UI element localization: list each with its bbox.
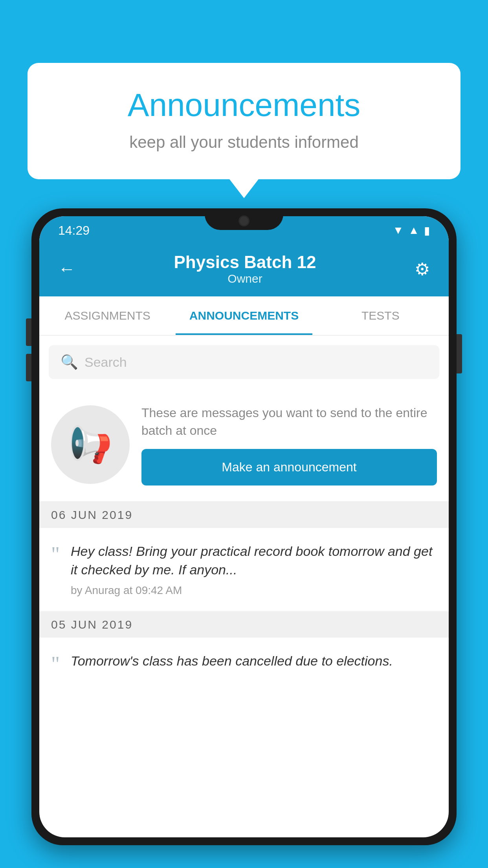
status-time: 14:29 xyxy=(58,223,90,238)
promo-area: 📢 These are messages you want to send to… xyxy=(39,388,449,502)
wifi-icon: ▼ xyxy=(393,224,404,237)
status-icons: ▼ ▲ ▮ xyxy=(393,224,430,237)
power-button xyxy=(457,334,462,373)
speech-bubble-section: Announcements keep all your students inf… xyxy=(28,63,460,179)
phone-frame: 14:29 ▼ ▲ ▮ ← Physics Batch 12 Owner ⚙ xyxy=(31,208,457,845)
front-camera xyxy=(238,215,250,226)
speech-bubble-card: Announcements keep all your students inf… xyxy=(28,63,460,179)
promo-icon-circle: 📢 xyxy=(51,405,130,484)
volume-up-button xyxy=(26,318,31,346)
date-separator-2: 05 JUN 2019 xyxy=(39,612,449,638)
phone-mockup: 14:29 ▼ ▲ ▮ ← Physics Batch 12 Owner ⚙ xyxy=(31,208,457,868)
phone-notch xyxy=(205,208,283,230)
announcement-item-2[interactable]: " Tomorrow's class has been cancelled du… xyxy=(39,638,449,683)
search-bar[interactable]: 🔍 Search xyxy=(49,345,439,379)
megaphone-icon: 📢 xyxy=(68,424,112,465)
header-subtitle: Owner xyxy=(174,272,316,285)
header-title: Physics Batch 12 xyxy=(174,252,316,272)
settings-button[interactable]: ⚙ xyxy=(415,259,430,279)
date-separator-1: 06 JUN 2019 xyxy=(39,502,449,528)
speech-bubble-title: Announcements xyxy=(59,86,429,123)
announcement-meta-1: by Anurag at 09:42 AM xyxy=(71,584,437,597)
content-area: 🔍 Search 📢 These are messages you want t… xyxy=(39,336,449,683)
tabs-container: ASSIGNMENTS ANNOUNCEMENTS TESTS xyxy=(39,296,449,336)
phone-screen: 14:29 ▼ ▲ ▮ ← Physics Batch 12 Owner ⚙ xyxy=(39,216,449,837)
promo-description: These are messages you want to send to t… xyxy=(141,404,437,440)
volume-down-button xyxy=(26,354,31,381)
signal-icon: ▲ xyxy=(408,224,419,237)
tab-announcements[interactable]: ANNOUNCEMENTS xyxy=(176,296,312,335)
search-icon: 🔍 xyxy=(61,354,78,370)
announcement-item-1[interactable]: " Hey class! Bring your practical record… xyxy=(39,528,449,612)
announcement-text-1: Hey class! Bring your practical record b… xyxy=(71,542,437,579)
tab-tests[interactable]: TESTS xyxy=(312,296,449,335)
quote-icon-2: " xyxy=(51,653,60,675)
announcement-content-2: Tomorrow's class has been cancelled due … xyxy=(71,652,437,675)
battery-icon: ▮ xyxy=(424,224,430,237)
make-announcement-button[interactable]: Make an announcement xyxy=(141,449,437,485)
tab-assignments[interactable]: ASSIGNMENTS xyxy=(39,296,176,335)
header-title-group: Physics Batch 12 Owner xyxy=(174,252,316,285)
promo-right: These are messages you want to send to t… xyxy=(141,404,437,485)
app-header: ← Physics Batch 12 Owner ⚙ xyxy=(39,245,449,296)
announcement-text-2: Tomorrow's class has been cancelled due … xyxy=(71,652,437,671)
speech-bubble-subtitle: keep all your students informed xyxy=(59,133,429,152)
quote-icon-1: " xyxy=(51,544,60,597)
back-button[interactable]: ← xyxy=(58,259,75,279)
announcement-content-1: Hey class! Bring your practical record b… xyxy=(71,542,437,597)
search-placeholder: Search xyxy=(84,355,127,370)
